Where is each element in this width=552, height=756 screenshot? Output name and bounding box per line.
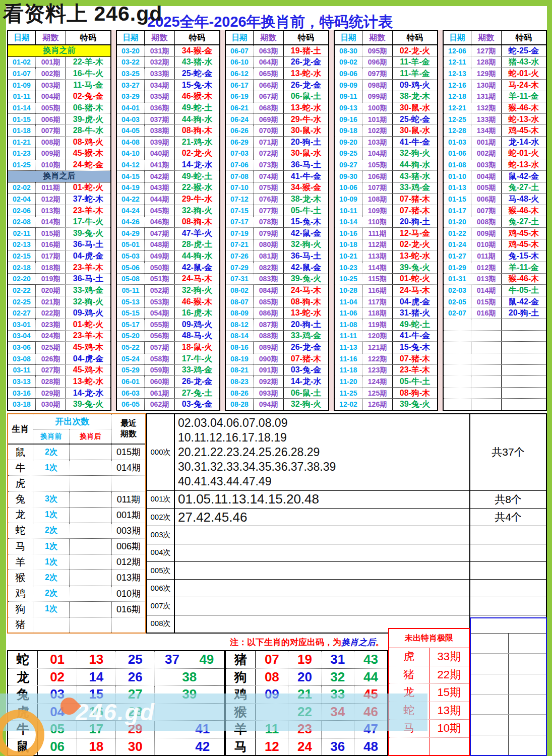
table-row: 01-15006期39-虎-火 [8, 114, 110, 125]
cell-special-code: 23-羊-木 [66, 262, 110, 273]
table-row: 04-08039期21-鸡-水 [117, 137, 219, 148]
blue-table-cell [509, 674, 546, 694]
cell-period: 087期 [254, 319, 284, 330]
table-row: 01-15006期马-48-火 [444, 194, 546, 205]
zodiac-number-cell: 49 [190, 651, 224, 668]
cell-special-code: 兔-27-土 [502, 182, 546, 194]
cell-special-code: 39-兔-火 [393, 399, 437, 410]
cell-date: 04-01 [117, 102, 145, 113]
cell-date: 07-08 [226, 171, 254, 182]
cell-special-code: 13-蛇-水 [393, 250, 437, 262]
cell-date: 10-23 [335, 262, 362, 273]
cell-date: 01-06 [444, 148, 471, 159]
table-row: 06-01060期26-龙-金 [117, 376, 219, 388]
cell-date: 01-08 [444, 159, 471, 170]
cell-period: 072期 [254, 148, 284, 159]
table-row: 01-23009期45-猴-木 [8, 148, 110, 160]
cell-period: 050期 [145, 262, 175, 273]
limit-row: 虎33期 [389, 648, 469, 666]
cell-period: 014期 [36, 216, 66, 227]
cell-date: 09-20 [335, 137, 362, 148]
cell-date: 01-15 [444, 194, 471, 205]
cell-period: 075期 [254, 182, 284, 194]
cell-special-code: 蛇-25-金 [502, 45, 546, 56]
table-row: 10-28116期24-马-木 [335, 285, 437, 296]
cell-special-code: 49-蛇-土 [393, 319, 437, 330]
cell-special-code: 06-鼠-土 [284, 91, 328, 102]
table-row: 12-18131期羊-11-金 [444, 91, 546, 103]
cell-special-code [502, 388, 546, 399]
cell-special-code: 04-虎-金 [66, 250, 110, 262]
zodiac-name: 虎 [8, 476, 33, 491]
zodiac-summary-row: 牛1次014期 [8, 460, 145, 476]
cell-date: 04-19 [117, 182, 145, 194]
cell-period: 060期 [145, 376, 175, 387]
table-row: 09-25104期32-狗-火 [335, 148, 437, 160]
count-before [33, 476, 70, 491]
cell-special-code: 05-牛-土 [284, 205, 328, 216]
recent-period [112, 476, 145, 491]
table-row: 10-06107期33-鸡-金 [335, 182, 437, 194]
cell-special-code: 33-鸡-金 [284, 331, 328, 342]
cell-special-code: 39-虎-火 [66, 114, 110, 125]
column-header-code: 特码 [393, 31, 437, 44]
frequency-label: 005次 [146, 562, 175, 579]
cell-period: 033期 [145, 68, 175, 79]
cell-period: 122期 [362, 353, 393, 364]
cell-special-code: 02-龙-火 [393, 239, 437, 250]
cell-period: 006期 [36, 114, 66, 125]
zodiac-number-cell: 26 [116, 669, 155, 686]
cell-special-code: 37-蛇-木 [66, 194, 110, 205]
table-row: 02-03014期牛-05-土 [444, 285, 546, 296]
table-row: 11-08119期49-蛇-土 [335, 319, 437, 331]
cell-date: 05-17 [117, 319, 145, 330]
cell-date: 08-16 [226, 342, 254, 353]
cell-date: 11-25 [335, 388, 362, 399]
cell-period: 002期 [471, 148, 502, 159]
cell-date: 02-15 [8, 250, 36, 262]
count-after [70, 570, 112, 585]
blue-table-cell [471, 674, 509, 694]
cell-special-code [502, 331, 546, 342]
cell-period: 028期 [36, 376, 66, 387]
cell-date: 07-03 [226, 148, 254, 159]
cell-period: 062期 [145, 399, 175, 410]
count-after [70, 476, 112, 491]
frequency-label: 003次 [146, 526, 175, 543]
cell-date: 02-05 [444, 296, 471, 307]
cell-date: 02-08 [8, 216, 36, 227]
table-row: 06-12065期13-蛇-水 [226, 68, 328, 80]
cell-date: 06-12 [226, 68, 254, 79]
cell-period: 041期 [145, 159, 175, 170]
table-row: 06-24069期29-牛-水 [226, 114, 328, 125]
table-row: 01-18007期28-牛-水 [8, 125, 110, 137]
table-row: 03-08026期04-虎-金 [8, 353, 110, 365]
cell-date: 10-09 [335, 194, 362, 205]
cell-period: 076期 [254, 194, 284, 205]
cell-date: 12-16 [444, 80, 471, 91]
cell-period: 054期 [145, 307, 175, 319]
cell-special-code: 04-虎-金 [66, 353, 110, 364]
frequency-numbers-line: 10.11.12.16.17.18.19 [178, 430, 469, 445]
cell-special-code: 羊-11-金 [502, 262, 546, 273]
limit-period: 33期 [430, 648, 469, 666]
cell-special-code: 38-龙-木 [393, 91, 437, 102]
column-header-code: 特码 [66, 31, 110, 44]
cell-date: 01-18 [8, 125, 36, 136]
count-after [70, 508, 112, 523]
zodiac-summary-row: 狗1次016期 [8, 602, 145, 617]
cell-period: 003期 [36, 80, 66, 91]
zodiac-number-cell: 24 [288, 738, 321, 755]
recent-period: 016期 [112, 602, 145, 617]
cell-date: 11-06 [335, 307, 362, 319]
frequency-numbers-line: 01.05.11.13.14.15.20.48 [178, 492, 469, 507]
cell-period: 121期 [362, 342, 393, 353]
table-row: 10-09108期07-猪-木 [335, 194, 437, 205]
cell-date: 12-11 [444, 57, 471, 68]
table-row: 03-22032期43-猪-水 [117, 57, 219, 69]
blue-table-cell [509, 654, 546, 673]
cell-special-code: 15-兔-木 [175, 80, 219, 91]
cell-date: 05-11 [117, 285, 145, 296]
table-row-empty [444, 353, 546, 365]
table-gutter [438, 30, 443, 411]
